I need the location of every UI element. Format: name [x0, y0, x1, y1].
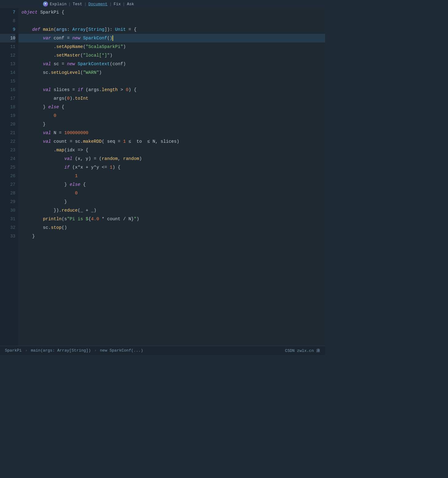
document-link[interactable]: Document [88, 2, 107, 6]
line-num-11: 11 [0, 42, 15, 51]
code-line-26[interactable]: 1 [18, 172, 325, 180]
code-line-9[interactable]: def main(args: Array[String]): Unit = { [18, 25, 325, 34]
line-num-26: 26 [0, 172, 15, 180]
sep3: | [109, 2, 112, 6]
breadcrumb: SparkPi › main(args: Array[String]) › ne… [5, 348, 143, 353]
code-line-17[interactable]: args(0).toInt [18, 94, 325, 103]
code-line-28[interactable]: 0 [18, 189, 325, 197]
test-link[interactable]: Test [73, 2, 82, 6]
code-line-33[interactable]: } [18, 232, 325, 241]
code-line-24[interactable]: val (x, y) = (random, random) [18, 154, 325, 163]
line-num-8: 8 [0, 17, 15, 25]
line-num-20: 20 [0, 120, 15, 129]
line-num-15: 15 [0, 77, 15, 86]
code-line-10[interactable]: var conf = new SparkConf() [18, 34, 325, 42]
line-num-21: 21 [0, 129, 15, 137]
code-line-31[interactable]: println(s"Pi is ${4.0 * count / N}") [18, 215, 325, 223]
text-cursor [112, 35, 113, 41]
code-line-22[interactable]: val count = sc.makeRDD( seq = 1 ≤ to ≤ N… [18, 137, 325, 146]
code-line-25[interactable]: if (x*x + y*y <= 1) { [18, 163, 325, 172]
line-num-29: 29 [0, 197, 15, 206]
status-bar: SparkPi › main(args: Array[String]) › ne… [0, 346, 325, 355]
code-line-11[interactable]: .setAppName("ScalaSparkPi") [18, 42, 325, 51]
code-line-21[interactable]: val N = 100000000 [18, 129, 325, 137]
code-line-20[interactable]: } [18, 120, 325, 129]
line-num-25: 25 [0, 163, 15, 172]
explain-link[interactable]: Explain [50, 2, 67, 6]
status-right-text: CSDN zwlx.cn 康 [285, 348, 320, 353]
line-num-28: 28 [0, 189, 15, 197]
code-line-15[interactable] [18, 77, 325, 86]
sep4: | [123, 2, 125, 6]
code-line-19[interactable]: 0 [18, 111, 325, 120]
breadcrumb-sparkconf[interactable]: new SparkConf(...) [100, 348, 143, 353]
line-num-10: 10 [0, 34, 15, 42]
breadcrumb-main[interactable]: main(args: Array[String]) [31, 348, 91, 353]
line-numbers: ▶ 7 8 ▶ 9 10 11 12 13 14 15 16 17 18 19 … [0, 8, 18, 346]
line-num-12: 12 [0, 51, 15, 60]
ai-icon: ● [43, 2, 48, 6]
code-line-13[interactable]: val sc = new SparkContext(conf) [18, 60, 325, 68]
line-num-33: 33 [0, 232, 15, 241]
code-content[interactable]: object SparkPi { def main(args: Array[St… [18, 8, 325, 346]
sep1: | [69, 2, 71, 6]
line-num-13: 13 [0, 60, 15, 68]
code-line-12[interactable]: .setMaster("local[*]") [18, 51, 325, 60]
code-line-8[interactable] [18, 17, 325, 25]
line-num-22: 22 [0, 137, 15, 146]
code-line-27[interactable]: } else { [18, 180, 325, 189]
line-num-31: 31 [0, 215, 15, 223]
breadcrumb-sparkpi[interactable]: SparkPi [5, 348, 22, 353]
line-num-16: 16 [0, 86, 15, 94]
ai-hint-bar[interactable]: ● Explain | Test | Document | Fix | Ask [0, 0, 325, 8]
line-num-7: ▶ 7 [0, 8, 15, 17]
line-num-30: 30 [0, 206, 15, 215]
line-num-17: 17 [0, 94, 15, 103]
code-area: ▶ 7 8 ▶ 9 10 11 12 13 14 15 16 17 18 19 … [0, 8, 325, 346]
code-line-14[interactable]: sc.setLogLevel("WARN") [18, 68, 325, 77]
line-num-18: 18 [0, 103, 15, 111]
line-num-32: 32 [0, 223, 15, 232]
line-num-14: 14 [0, 68, 15, 77]
code-line-7[interactable]: object SparkPi { [18, 8, 325, 17]
breadcrumb-arrow-1: › [25, 348, 28, 353]
line-num-19: 19 [0, 111, 15, 120]
line-num-24: 24 [0, 154, 15, 163]
code-line-16[interactable]: val slices = if (args.length > 0) { [18, 86, 325, 94]
code-line-18[interactable]: } else { [18, 103, 325, 111]
line-num-9: ▶ 9 [0, 25, 15, 34]
code-line-32[interactable]: sc.stop() [18, 223, 325, 232]
code-line-29[interactable]: } [18, 197, 325, 206]
line-num-23: 23 [0, 146, 15, 154]
sep2: | [84, 2, 87, 6]
breadcrumb-arrow-2: › [94, 348, 96, 353]
fix-link[interactable]: Fix [114, 2, 121, 6]
code-line-23[interactable]: .map(idx => { [18, 146, 325, 154]
editor-container: ● Explain | Test | Document | Fix | Ask … [0, 0, 325, 355]
line-num-27: 27 [0, 180, 15, 189]
ask-link[interactable]: Ask [127, 2, 134, 6]
code-line-30[interactable]: }).reduce(_ + _) [18, 206, 325, 215]
